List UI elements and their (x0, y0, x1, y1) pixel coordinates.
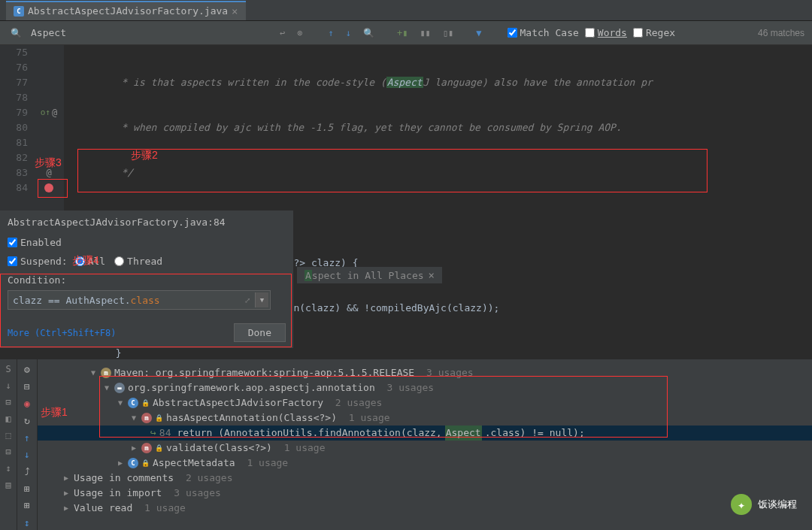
tree-row[interactable]: C🔒AbstractAspectJAdvisorFactory 2 usages (38, 395, 812, 410)
lock-icon: 🔒 (141, 395, 150, 410)
tree-row[interactable]: mMaven: org.springframework:spring-aop:5… (38, 365, 812, 380)
tree-row[interactable]: Value read 1 usage (38, 501, 812, 516)
suspend-checkbox[interactable]: Suspend: (8, 256, 68, 267)
class-icon: C (128, 458, 138, 468)
override-icon[interactable]: o↑ (41, 105, 50, 120)
tool-icon[interactable]: ⊟ (3, 397, 14, 407)
next-match-icon[interactable]: ↓ (343, 28, 354, 38)
code-editor[interactable]: 757677 787980 818283 84 o↑@ @ * is that … (0, 45, 812, 210)
find-usages-panel: S ↓ ⊟ ◧ ⬚ ⊟ ↕ ▤ ⚙ ⊟ ◉ ↻ ↑ ↓ ⤴ ⊞ ⊞ ↕ mMav… (0, 359, 812, 530)
annotation-icon: @ (46, 165, 51, 180)
breakpoint-icon[interactable] (44, 183, 53, 192)
package-icon: ▬ (114, 383, 125, 393)
tree-row[interactable]: m🔒validate(Class<?>) 1 usage (38, 441, 812, 456)
group-icon[interactable]: ⊞ (20, 482, 35, 496)
gutter-icons: o↑@ @ (34, 45, 64, 210)
condition-input[interactable]: clazz == AuthAspect.class ⤢ ▼ (8, 290, 271, 310)
tree-row[interactable]: Usage in comments 2 usages (38, 471, 812, 486)
breakpoint-location: AbstractAspectJAdvisorFactory.java:84 (8, 217, 286, 228)
suspend-all-radio[interactable]: All (75, 256, 105, 267)
close-icon[interactable]: × (429, 269, 435, 281)
annotation-icon: @ (52, 105, 57, 120)
filter-icon[interactable]: ▼ (473, 28, 484, 38)
prev-match-icon[interactable]: ↑ (325, 28, 336, 38)
next-icon[interactable]: ↓ (20, 448, 35, 462)
watermark: ✦ 饭谈编程 (731, 494, 797, 515)
watermark-text: 饭谈编程 (758, 498, 797, 511)
select-all-icon[interactable]: ▮▮ (417, 28, 433, 38)
enabled-checkbox[interactable]: Enabled (8, 237, 62, 248)
find-all-icon[interactable]: 🔍 (360, 28, 377, 38)
tree-row-selected[interactable]: ↪84return (AnnotationUtils.findAnnotatio… (38, 426, 812, 441)
history-icon[interactable]: ↩ (277, 28, 288, 38)
usages-left-gutter: S ↓ ⊟ ◧ ⬚ ⊟ ↕ ▤ (0, 359, 17, 530)
tool-icon[interactable]: ↕ (3, 463, 14, 474)
lock-icon: 🔒 (155, 441, 163, 456)
sort-icon[interactable]: ↕ (20, 516, 35, 530)
suspend-thread-radio[interactable]: Thread (114, 256, 162, 267)
export-icon[interactable]: ⤴ (20, 465, 35, 479)
done-button[interactable]: Done (234, 323, 286, 342)
breakpoint-popup: AbstractAspectJAdvisorFactory.java:84 En… (0, 210, 293, 348)
usages-tree[interactable]: mMaven: org.springframework:spring-aop:5… (38, 359, 812, 530)
file-tab[interactable]: C AbstractAspectJAdvisorFactory.java × (6, 1, 246, 20)
line-number-gutter: 757677 787980 818283 84 (0, 45, 34, 210)
tab-filename: AbstractAspectJAdvisorFactory.java (28, 5, 228, 17)
add-selection-icon[interactable]: +▮ (394, 28, 411, 38)
maven-icon: m (101, 368, 111, 378)
settings-icon[interactable]: ⚙ (20, 362, 35, 377)
close-tab-icon[interactable]: × (232, 5, 238, 17)
search-icon: 🔍 (8, 28, 25, 38)
tool-icon[interactable]: ⊟ (3, 447, 14, 457)
pin-icon[interactable]: ◉ (20, 396, 35, 410)
expand-icon[interactable]: ⊞ (20, 499, 35, 513)
editor-tab-bar: C AbstractAspectJAdvisorFactory.java × (0, 0, 812, 21)
find-toolbar: 🔍 ↩ ⊗ ↑ ↓ 🔍 +▮ ▮▮ ▯▮ ▼ Match Case Words … (0, 21, 812, 45)
method-icon: m (141, 413, 152, 423)
prev-icon[interactable]: ↑ (20, 431, 35, 445)
java-file-icon: C (14, 6, 24, 17)
find-input[interactable] (31, 27, 264, 38)
class-icon: C (128, 398, 138, 408)
clear-icon[interactable]: ⊗ (294, 28, 305, 38)
condition-label: Condition: (8, 274, 286, 286)
rerun-icon[interactable]: ↻ (20, 413, 35, 428)
tree-row[interactable]: ▬org.springframework.aop.aspectj.annotat… (38, 380, 812, 395)
tool-icon[interactable]: S (3, 364, 14, 374)
tree-row[interactable]: C🔒AspectMetadata 1 usage (38, 456, 812, 471)
regex-checkbox[interactable]: Regex (633, 27, 675, 38)
tool-icon[interactable]: ▤ (3, 480, 14, 490)
lock-icon: 🔒 (155, 410, 163, 426)
usages-toolbar: ⚙ ⊟ ◉ ↻ ↑ ↓ ⤴ ⊞ ⊞ ↕ (17, 359, 38, 530)
tool-icon[interactable]: ◧ (3, 413, 14, 424)
lock-icon: 🔒 (141, 456, 150, 471)
more-options-link[interactable]: More (Ctrl+Shift+F8) (8, 328, 117, 338)
tool-icon[interactable]: ⬚ (3, 430, 14, 441)
collapse-icon[interactable]: ⊟ (20, 380, 35, 394)
expand-icon[interactable]: ⤢ (244, 296, 250, 304)
match-count: 46 matches (758, 28, 804, 38)
condition-dropdown-icon[interactable]: ▼ (255, 292, 268, 307)
code-area[interactable]: * is that aspects written in the code-st… (64, 45, 812, 210)
tool-icon[interactable]: ↓ (3, 380, 14, 391)
wechat-icon: ✦ (731, 494, 752, 515)
find-usages-tab[interactable]: Aspect in All Places × (297, 267, 442, 283)
method-icon: m (141, 443, 152, 453)
match-case-checkbox[interactable]: Match Case (508, 27, 579, 38)
remove-selection-icon[interactable]: ▯▮ (440, 28, 456, 38)
tree-row[interactable]: Usage in import 3 usages (38, 486, 812, 501)
tree-row[interactable]: m🔒hasAspectAnnotation(Class<?>) 1 usage (38, 410, 812, 426)
words-checkbox[interactable]: Words (585, 27, 627, 38)
